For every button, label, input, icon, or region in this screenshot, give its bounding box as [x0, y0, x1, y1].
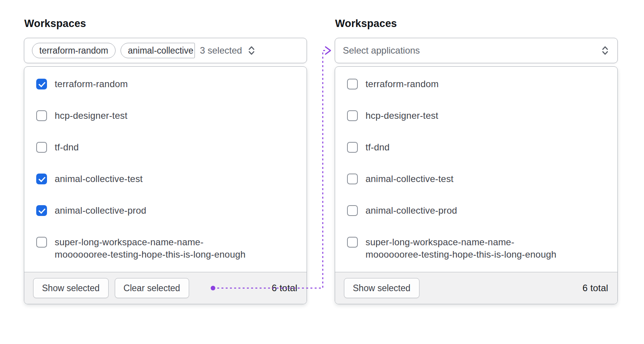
item-label: hcp-designer-test [366, 110, 438, 122]
selected-count-label: 3 selected [200, 45, 242, 56]
checkbox[interactable] [36, 110, 47, 121]
list-item[interactable]: hcp-designer-test [335, 100, 617, 132]
total-count: 6 total [272, 283, 297, 293]
list-item[interactable]: terraform-random [335, 68, 617, 100]
show-selected-button[interactable]: Show selected [344, 278, 419, 298]
checkbox[interactable] [36, 142, 47, 153]
item-label: animal-collective-prod [366, 204, 457, 217]
list-item[interactable]: tf-dnd [335, 132, 617, 163]
list-item[interactable]: animal-collective-prod [335, 195, 617, 226]
item-label: animal-collective-test [366, 173, 453, 185]
list-item[interactable]: super-long-workspace-name-name- moooooor… [335, 226, 617, 270]
checkbox[interactable] [36, 174, 47, 184]
item-label: hcp-designer-test [55, 110, 127, 122]
item-label: terraform-random [366, 78, 439, 90]
chevron-up-down-icon[interactable] [600, 45, 610, 56]
checkbox[interactable] [36, 237, 47, 248]
show-selected-button[interactable]: Show selected [33, 278, 109, 298]
total-count: 6 total [582, 283, 608, 293]
item-label: terraform-random [55, 78, 128, 90]
checkbox[interactable] [347, 142, 358, 153]
page: Workspaces terraform-random animal-colle… [0, 0, 644, 344]
chevron-up-down-icon[interactable] [247, 45, 256, 56]
checkbox[interactable] [347, 205, 358, 216]
selected-tag[interactable]: terraform-random [32, 43, 116, 58]
checkbox[interactable] [347, 79, 358, 89]
workspaces-panel-right: Workspaces Select applications terraform… [335, 18, 618, 304]
workspaces-panel-left: Workspaces terraform-random animal-colle… [24, 18, 307, 304]
checkbox[interactable] [347, 174, 358, 184]
item-label: super-long-workspace-name-name- moooooor… [55, 236, 246, 261]
listbox-footer: Show selected 6 total [335, 272, 617, 304]
list-item[interactable]: animal-collective-test [24, 163, 307, 195]
item-label: animal-collective-test [55, 173, 143, 185]
selected-tag-clipped[interactable]: animal-collective [121, 43, 195, 58]
select-placeholder: Select applications [343, 45, 420, 56]
page-title: Workspaces [335, 18, 618, 29]
checkbox[interactable] [36, 205, 47, 216]
workspaces-listbox: terraform-random hcp-designer-test tf-dn… [335, 66, 618, 304]
workspaces-listbox: terraform-random hcp-designer-test tf-dn… [24, 66, 307, 304]
option-list: terraform-random hcp-designer-test tf-dn… [335, 67, 617, 272]
option-list: terraform-random hcp-designer-test tf-dn… [24, 67, 307, 272]
item-label: tf-dnd [55, 141, 79, 153]
checkbox[interactable] [36, 79, 47, 89]
applications-select-trigger[interactable]: Select applications [335, 38, 618, 63]
item-label: super-long-workspace-name-name- moooooor… [366, 236, 557, 261]
checkbox[interactable] [347, 110, 358, 121]
list-item[interactable]: super-long-workspace-name-name- moooooor… [24, 226, 307, 270]
list-item[interactable]: terraform-random [24, 68, 307, 100]
list-item[interactable]: animal-collective-test [335, 163, 617, 195]
list-item[interactable]: hcp-designer-test [24, 100, 307, 132]
item-label: tf-dnd [366, 141, 390, 153]
listbox-footer: Show selected Clear selected 6 total [24, 272, 307, 304]
workspaces-multiselect-trigger[interactable]: terraform-random animal-collective 3 sel… [24, 38, 307, 63]
panels-row: Workspaces terraform-random animal-colle… [0, 0, 644, 304]
item-label: animal-collective-prod [55, 204, 146, 217]
page-title: Workspaces [24, 18, 307, 29]
list-item[interactable]: tf-dnd [24, 132, 307, 163]
checkbox[interactable] [347, 237, 358, 248]
clear-selected-button[interactable]: Clear selected [115, 278, 189, 298]
list-item[interactable]: animal-collective-prod [24, 195, 307, 226]
